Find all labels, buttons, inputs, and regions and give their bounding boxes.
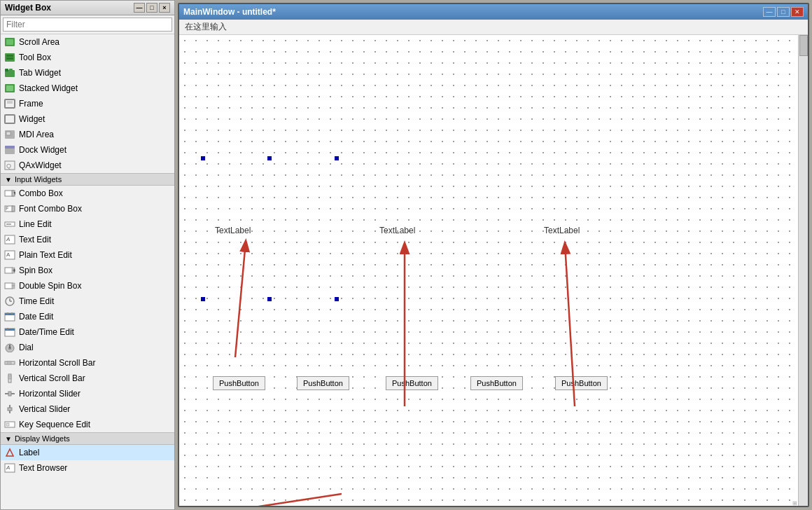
sidebar-item-scroll-area[interactable]: Scroll Area — [1, 34, 174, 50]
main-window-minimize-button[interactable]: — — [763, 7, 776, 17]
sidebar-item-datetime-edit[interactable]: Date/Time Edit — [1, 324, 174, 340]
widget-box-minimize-button[interactable]: — — [134, 3, 145, 13]
sidebar-item-line-edit[interactable]: Line Edit — [1, 216, 174, 232]
svg-rect-54 — [7, 361, 11, 364]
svg-rect-32 — [5, 268, 13, 273]
qaxwidget-icon: Q — [4, 159, 16, 172]
arrows-overlay — [179, 35, 808, 506]
svg-line-70 — [204, 494, 342, 506]
widget-box-maximize-button[interactable]: □ — [146, 3, 158, 13]
sidebar-item-stacked-widget[interactable]: Stacked Widget — [1, 81, 174, 96]
scroll-area-icon — [4, 36, 16, 48]
sidebar-item-mdi-area[interactable]: MDI Area — [1, 127, 174, 142]
main-area: MainWindow - untitled* — □ ✕ 在这里输入 TextL… — [175, 0, 812, 510]
sidebar-item-time-edit[interactable]: Time Edit — [1, 294, 174, 309]
sidebar-item-label: Key Sequence Edit — [19, 420, 90, 429]
widget-icon — [4, 113, 16, 125]
svg-text:A: A — [6, 236, 10, 242]
sidebar-item-dock-widget[interactable]: Dock Widget — [1, 142, 174, 158]
section-label: Display Widgets — [15, 434, 70, 443]
canvas-area[interactable]: TextLabel TextLabel TextLabel PushButton… — [179, 35, 808, 506]
svg-line-67 — [235, 242, 246, 357]
sidebar-item-label: QAxWidget — [19, 160, 62, 170]
sidebar-item-qaxwidget[interactable]: Q QAxWidget — [1, 158, 174, 173]
section-collapse-icon: ▼ — [5, 176, 12, 184]
text-browser-icon: A — [4, 462, 16, 474]
sidebar-item-frame[interactable]: Frame — [1, 96, 174, 111]
menu-text: 在这里输入 — [185, 22, 227, 32]
push-button-3[interactable]: PushButton — [386, 376, 438, 390]
sidebar-item-label: Time Edit — [19, 296, 54, 306]
sidebar-item-widget[interactable]: Widget — [1, 111, 174, 127]
sidebar-item-double-spin-box[interactable]: Double Spin Box — [1, 278, 174, 294]
sidebar-item-label: Frame — [19, 99, 43, 109]
sidebar-item-label: Double Spin Box — [19, 281, 81, 291]
svg-text:▼: ▼ — [13, 269, 15, 273]
sidebar-item-label: Spin Box — [19, 266, 52, 275]
main-window-close-button[interactable]: ✕ — [791, 7, 804, 17]
sidebar-item-horizontal-scroll-bar[interactable]: Horizontal Scroll Bar — [1, 355, 174, 371]
input-widgets-section-header[interactable]: ▼ Input Widgets — [1, 173, 174, 186]
svg-rect-62 — [6, 423, 9, 426]
display-widgets-section-header[interactable]: ▼ Display Widgets — [1, 432, 174, 445]
svg-rect-37 — [5, 283, 13, 289]
push-button-1[interactable]: PushButton — [213, 376, 265, 390]
push-button-4[interactable]: PushButton — [470, 376, 523, 390]
svg-text:▼: ▼ — [13, 191, 15, 195]
sidebar-item-tool-box[interactable]: Tool Box — [1, 50, 174, 65]
svg-rect-15 — [6, 132, 10, 135]
stacked-widget-icon — [4, 82, 16, 95]
time-edit-icon — [4, 295, 16, 308]
sidebar-item-plain-text-edit[interactable]: A Plain Text Edit — [1, 247, 174, 263]
sidebar-item-combo-box[interactable]: ▼ Combo Box — [1, 186, 174, 201]
widget-box-close-button[interactable]: × — [159, 3, 170, 13]
section-label: Input Widgets — [15, 175, 62, 184]
line-edit-icon — [4, 218, 16, 230]
push-button-5[interactable]: PushButton — [555, 376, 608, 390]
mdi-area-icon — [4, 128, 16, 141]
sidebar-item-font-combo-box[interactable]: F Font Combo Box — [1, 201, 174, 216]
canvas-scrollbar-thumb[interactable] — [799, 35, 808, 56]
sidebar-item-label: Text Browser — [19, 463, 67, 473]
text-label-3[interactable]: TextLabel — [544, 226, 580, 235]
sidebar-item-label[interactable]: Label — [1, 445, 174, 460]
text-label-2[interactable]: TextLabel — [379, 226, 415, 235]
widget-list: Scroll Area Tool Box Tab Widget Stacked … — [1, 34, 174, 509]
sidebar-item-text-browser[interactable]: A Text Browser — [1, 460, 174, 476]
label-icon — [4, 446, 16, 459]
sidebar-item-label: Horizontal Slider — [19, 389, 80, 399]
sidebar-item-label: Widget — [19, 114, 45, 124]
sidebar-item-label: Dock Widget — [19, 145, 66, 155]
sidebar-item-horizontal-slider[interactable]: Horizontal Slider — [1, 386, 174, 401]
main-window-control-buttons: — □ ✕ — [763, 7, 804, 17]
double-spin-box-icon — [4, 280, 16, 292]
svg-rect-1 — [6, 39, 13, 45]
push-button-2[interactable]: PushButton — [297, 376, 349, 390]
sidebar-item-key-sequence-edit[interactable]: Key Sequence Edit — [1, 417, 174, 432]
vertical-scroll-bar-icon — [4, 372, 16, 385]
horizontal-slider-icon — [4, 387, 16, 400]
filter-input[interactable] — [3, 18, 172, 32]
sidebar-item-date-edit[interactable]: Date Edit — [1, 309, 174, 324]
sidebar-item-dial[interactable]: Dial — [1, 340, 174, 355]
text-label-1[interactable]: TextLabel — [215, 226, 251, 235]
sidebar-item-label: Label — [19, 448, 39, 457]
svg-rect-56 — [8, 375, 11, 379]
sidebar-item-tab-widget[interactable]: Tab Widget — [1, 65, 174, 81]
sidebar-item-vertical-slider[interactable]: Vertical Slider — [1, 401, 174, 417]
selection-handle — [335, 156, 339, 160]
sidebar-item-spin-box[interactable]: ▲▼ Spin Box — [1, 263, 174, 278]
sidebar-item-text-edit[interactable]: A Text Edit — [1, 232, 174, 247]
svg-rect-39 — [12, 286, 15, 289]
sidebar-item-label: Tool Box — [19, 53, 51, 62]
sidebar-item-vertical-scroll-bar[interactable]: Vertical Scroll Bar — [1, 371, 174, 386]
key-sequence-edit-icon — [4, 418, 16, 431]
svg-marker-63 — [6, 449, 13, 456]
svg-rect-38 — [12, 283, 15, 286]
sidebar-item-label: MDI Area — [19, 130, 54, 139]
main-window-maximize-button[interactable]: □ — [777, 7, 790, 17]
svg-rect-10 — [5, 99, 15, 108]
svg-rect-48 — [5, 329, 15, 331]
canvas-scrollbar[interactable] — [798, 35, 808, 506]
svg-rect-25 — [12, 206, 15, 212]
